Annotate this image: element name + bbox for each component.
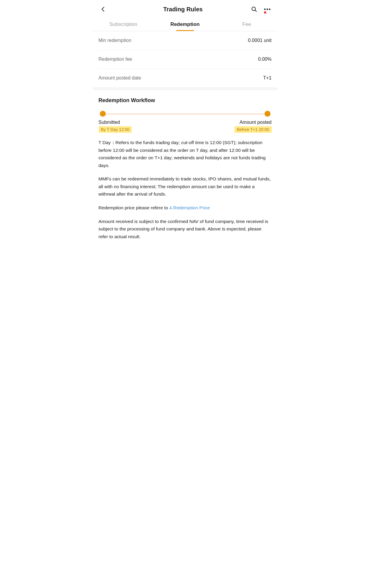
redemption-fee-label: Redemption fee — [99, 57, 132, 62]
tab-subscription[interactable]: Subscription — [93, 17, 154, 31]
info-row-amount-posted-date: Amount posted date T+1 — [99, 69, 272, 87]
submitted-title: Submitted — [99, 120, 132, 125]
tab-fee[interactable]: Fee — [216, 17, 278, 31]
submitted-badge: By T Day 12:00 — [99, 126, 132, 133]
header-right — [250, 5, 272, 14]
info-row-redemption-fee: Redemption fee 0.00% — [99, 50, 272, 69]
posted-title: Amount posted — [234, 120, 271, 125]
timeline-label-posted: Amount posted Before T+1 20:00 — [234, 120, 271, 133]
desc-para-4: Amount received is subject to the confir… — [99, 218, 272, 241]
tabs-bar: Subscription Redemption Fee — [93, 17, 278, 31]
search-button[interactable] — [250, 5, 259, 14]
info-section: Min redemption 0.0001 unit Redemption fe… — [93, 31, 278, 87]
amount-posted-date-label: Amount posted date — [99, 75, 141, 81]
page-title: Trading Rules — [116, 6, 250, 13]
section-divider — [93, 87, 278, 90]
descriptions-section: T Day：Refers to the funds trading day; c… — [93, 133, 278, 249]
redemption-price-link[interactable]: 4.Redemption Price — [169, 205, 210, 210]
svg-point-1 — [264, 9, 265, 10]
min-redemption-label: Min redemption — [99, 38, 131, 43]
info-row-min-redemption: Min redemption 0.0001 unit — [99, 31, 272, 50]
tab-redemption[interactable]: Redemption — [154, 17, 216, 31]
timeline-dot-start — [100, 111, 106, 117]
desc-para-2: MMFs can be redeemed immediately to trad… — [99, 175, 272, 198]
header: Trading Rules — [93, 0, 278, 17]
workflow-title: Redemption Workflow — [99, 97, 272, 104]
timeline — [99, 111, 272, 117]
posted-badge: Before T+1 20:00 — [234, 126, 271, 133]
notification-dot — [264, 11, 266, 14]
desc-para-1: T Day：Refers to the funds trading day; c… — [99, 139, 272, 169]
back-button[interactable] — [99, 5, 108, 14]
redemption-fee-value: 0.00% — [258, 57, 271, 62]
header-left — [99, 5, 116, 14]
amount-posted-date-value: T+1 — [263, 75, 271, 81]
svg-point-2 — [266, 9, 268, 10]
timeline-label-submitted: Submitted By T Day 12:00 — [99, 120, 132, 133]
svg-point-3 — [269, 9, 270, 10]
workflow-section: Redemption Workflow Submitted By T Day 1… — [93, 90, 278, 133]
more-button[interactable] — [263, 7, 272, 11]
timeline-dots — [100, 111, 270, 117]
timeline-dot-end — [265, 111, 270, 117]
desc-link-prefix: Redemption price please refere to — [99, 205, 170, 210]
timeline-labels: Submitted By T Day 12:00 Amount posted B… — [99, 120, 272, 133]
min-redemption-value: 0.0001 unit — [248, 38, 271, 43]
desc-para-3: Redemption price please refere to 4.Rede… — [99, 204, 272, 212]
